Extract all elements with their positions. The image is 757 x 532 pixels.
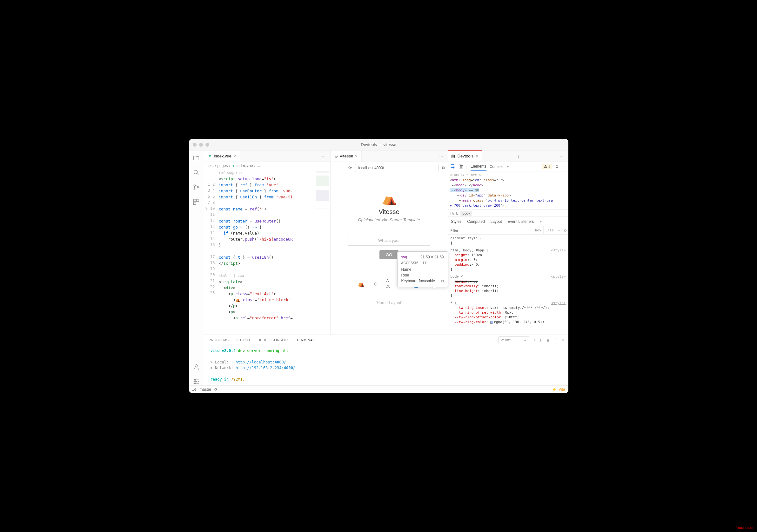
preview-column: ⊕ Vitesse × ⋯ ← → ⟳ localhost:4000/ ⧉ — [330, 150, 448, 335]
code-content[interactable]: ref sugar □ <script setup lang="ts"> imp… — [219, 169, 330, 335]
vite-status[interactable]: ⚡ Vite — [552, 387, 565, 392]
layout-tab[interactable]: Layout — [491, 219, 502, 224]
svg-point-7 — [195, 365, 197, 367]
tab-devtools[interactable]: ▤ Devtools × — [448, 150, 482, 162]
tooltip-dimensions: 21.59 × 21.59 — [420, 255, 444, 259]
bottom-tabs: PROBLEMS OUTPUT DEBUG CONSOLE TERMINAL 2… — [204, 335, 568, 345]
svg-rect-5 — [197, 199, 199, 202]
more-tabs-icon[interactable]: » — [507, 164, 509, 169]
styles-filter-input[interactable] — [448, 228, 531, 232]
extensions-icon[interactable] — [193, 198, 200, 206]
app-window: Devtools — vitesse ▼ index.vue × — [189, 139, 568, 393]
open-external-icon[interactable]: ⧉ — [442, 165, 444, 170]
editor-tabs: ▼ index.vue × ⋯ — [204, 150, 330, 162]
branch-name[interactable]: master — [200, 387, 211, 392]
problems-tab[interactable]: PROBLEMS — [209, 338, 229, 342]
tent-small-icon[interactable]: ⛺ — [357, 280, 365, 287]
back-icon[interactable]: ← — [334, 165, 338, 170]
svg-point-1 — [194, 185, 195, 186]
close-dot[interactable] — [193, 143, 197, 147]
sync-icon[interactable]: ⟳ — [214, 387, 218, 392]
elements-tab[interactable]: Elements — [470, 164, 486, 171]
close-panel-icon[interactable]: × — [562, 338, 563, 342]
go-button[interactable]: GO — [379, 250, 399, 259]
toggle-sidebar-icon[interactable]: ▢ — [562, 226, 568, 234]
svg-rect-13 — [460, 166, 463, 168]
tab-overflow-icon[interactable]: ⋯ — [317, 154, 330, 159]
file-icon: ▤ — [451, 154, 455, 159]
split-terminal-icon[interactable]: ⫿ — [540, 338, 542, 342]
url-input[interactable]: localhost:4000/ — [355, 164, 439, 172]
inspect-tooltip: svg 21.59 × 21.59 ACCESSIBILITY Name Rol… — [397, 251, 448, 287]
kebab-icon[interactable]: ⋮ — [562, 164, 566, 169]
terminal-tab[interactable]: TERMINAL — [296, 338, 315, 344]
code-editor[interactable]: 1 2 3 4 5 6 7 8 9 10 11 12 13 14 15 16 1… — [204, 169, 330, 335]
tab-vitesse[interactable]: ⊕ Vitesse × — [331, 150, 362, 162]
debug-console-tab[interactable]: DEBUG CONSOLE — [257, 338, 289, 342]
devtools-column: ▤ Devtools × ⫿ ⋯ | Elements Console » — [448, 150, 568, 335]
devtools-tabs: ▤ Devtools × ⫿ ⋯ — [448, 150, 568, 162]
styles-filter-row: :hov .cls + ▢ — [448, 226, 568, 235]
terminal-selector[interactable]: 2: Vite⌄ — [498, 337, 529, 343]
styles-pane[interactable]: element.style {} <style>html, body, #app… — [448, 235, 568, 335]
inspect-element-icon[interactable] — [451, 164, 455, 169]
computed-tab[interactable]: Computed — [467, 219, 485, 224]
tab-overflow-icon[interactable]: ⋯ — [555, 154, 568, 159]
svg-point-9 — [197, 381, 198, 382]
svg-rect-12 — [459, 165, 461, 168]
language-icon[interactable]: A文 — [386, 279, 390, 289]
branch-icon[interactable]: ⎇ — [192, 387, 197, 392]
console-tab[interactable]: Console — [490, 164, 503, 169]
source-control-icon[interactable] — [193, 184, 200, 191]
preview-title: Vitesse — [378, 208, 399, 216]
account-icon[interactable] — [193, 363, 200, 371]
tab-index-vue[interactable]: ▼ index.vue × — [204, 150, 240, 162]
svg-rect-6 — [194, 202, 196, 204]
name-input[interactable]: What's your — [348, 236, 430, 246]
editor-column: ▼ index.vue × ⋯ src› pages› ▼ index.vue›… — [204, 150, 330, 335]
bolt-icon: ⚡ — [552, 387, 557, 392]
main-area: ▼ index.vue × ⋯ src› pages› ▼ index.vue›… — [189, 150, 568, 385]
traffic-lights — [193, 143, 209, 147]
cls-toggle[interactable]: .cls — [543, 226, 556, 234]
svg-point-8 — [195, 379, 196, 381]
terminal-output[interactable]: vite v2.0.4 dev server running at: > Loc… — [204, 345, 568, 385]
explorer-icon[interactable] — [193, 154, 200, 162]
device-toolbar-icon[interactable] — [459, 164, 463, 169]
more-tabs-icon[interactable]: » — [539, 219, 542, 224]
settings-icon[interactable] — [193, 378, 200, 385]
maximize-panel-icon[interactable]: ⌃ — [555, 338, 557, 342]
output-tab[interactable]: OUTPUT — [236, 338, 251, 342]
close-icon[interactable]: × — [476, 154, 478, 159]
reload-icon[interactable]: ⟳ — [348, 165, 352, 170]
zoom-dot[interactable] — [205, 143, 209, 147]
tooltip-section-header: ACCESSIBILITY — [401, 261, 444, 265]
minimap[interactable] — [316, 171, 329, 209]
dom-tree[interactable]: <!DOCTYPE html> <html lang="en" class=" … — [448, 171, 568, 210]
new-terminal-icon[interactable]: + — [534, 338, 536, 342]
split-editor-icon[interactable]: ⫿ — [513, 154, 524, 159]
forward-icon[interactable]: → — [341, 165, 345, 170]
warning-badge[interactable]: ⚠ 1 — [542, 164, 552, 169]
browser-toolbar: ← → ⟳ localhost:4000/ ⧉ — [331, 162, 448, 174]
window-title: Devtools — vitesse — [361, 142, 396, 147]
events-tab[interactable]: Event Listeners — [508, 219, 534, 224]
gear-icon[interactable]: ⚙ — [555, 164, 559, 169]
close-icon[interactable]: × — [355, 154, 357, 159]
breadcrumb[interactable]: src› pages› ▼ index.vue› ... — [204, 162, 330, 169]
svg-point-0 — [194, 170, 197, 174]
hov-toggle[interactable]: :hov — [530, 226, 543, 234]
tab-overflow-icon[interactable]: ⋯ — [435, 154, 448, 159]
kill-terminal-icon[interactable]: 🗑 — [546, 338, 550, 342]
dom-breadcrumb[interactable]: html. body — [448, 210, 568, 217]
minimize-dot[interactable] — [199, 143, 203, 147]
styles-tab[interactable]: Styles — [451, 219, 462, 226]
add-rule-icon[interactable]: + — [556, 226, 562, 234]
sun-icon[interactable]: ☼ — [373, 280, 378, 287]
globe-icon: ⊕ — [334, 154, 338, 159]
close-icon[interactable]: × — [233, 154, 236, 159]
search-icon[interactable] — [193, 169, 200, 176]
tooltip-name-row: Name — [401, 267, 444, 272]
preview-subtitle: Opinionated Vite Starter Template — [358, 218, 420, 222]
preview-tabs: ⊕ Vitesse × ⋯ — [331, 150, 448, 162]
